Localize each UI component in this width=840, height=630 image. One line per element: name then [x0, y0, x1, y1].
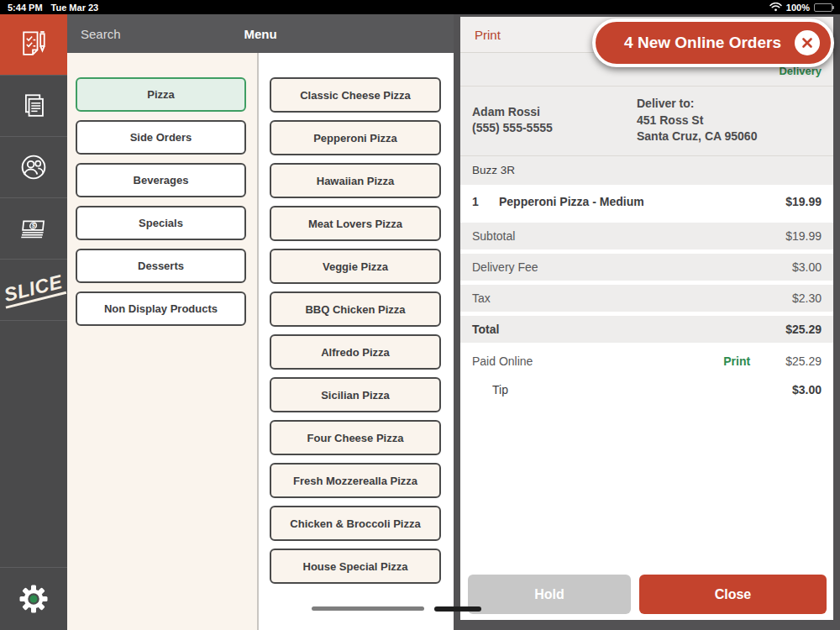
menu-item-button[interactable]: Meat Lovers Pizza: [270, 206, 441, 241]
paid-online-label: Paid Online: [472, 354, 723, 368]
customer-phone: (555) 555-5555: [472, 120, 637, 137]
customer-name: Adam Rossi: [472, 104, 637, 121]
documents-icon: [17, 89, 50, 123]
sidebar-item-orders[interactable]: [0, 14, 67, 76]
new-online-orders-notification[interactable]: 4 New Online Orders: [592, 18, 834, 67]
total-row: Total $25.29: [460, 316, 833, 343]
subtotal-row: Subtotal $19.99: [460, 223, 833, 249]
sidebar-item-settings[interactable]: [0, 567, 67, 630]
status-bar: 5:44 PM Tue Mar 23 100%: [0, 0, 840, 14]
category-button-desserts[interactable]: Desserts: [76, 249, 246, 283]
customers-icon: [16, 150, 51, 185]
menu-item-button[interactable]: Sicilian Pizza: [270, 377, 441, 412]
tax-row: Tax $2.30: [460, 285, 833, 312]
category-button-side-orders[interactable]: Side Orders: [76, 120, 246, 155]
close-icon: [801, 37, 813, 49]
sidebar-item-receipts[interactable]: [0, 76, 67, 137]
menu-item-button[interactable]: Classic Cheese Pizza: [270, 77, 441, 113]
print-button[interactable]: Print: [475, 28, 501, 42]
total-label: Total: [472, 323, 499, 336]
delivery-fee-value: $3.00: [792, 260, 822, 274]
menu-item-button[interactable]: Alfredo Pizza: [270, 334, 441, 370]
order-panel-spacer: [460, 404, 833, 575]
status-time: 5:44 PM: [8, 3, 43, 13]
order-info-section: Delivery Adam Rossi (555) 555-5555 Deliv…: [460, 53, 833, 185]
order-line-item[interactable]: 1 Pepperoni Pizza - Medium $19.99: [460, 185, 833, 218]
order-pad-icon: [17, 28, 50, 61]
menu-item-button[interactable]: House Special Pizza: [270, 549, 441, 584]
deliver-to-address-line2: Santa Cruz, CA 95060: [637, 129, 822, 145]
delivery-fee-row: Delivery Fee $3.00: [460, 254, 833, 281]
status-date: Tue Mar 23: [51, 3, 99, 13]
delivery-note: Buzz 3R: [460, 156, 833, 185]
sidebar-item-cash[interactable]: $: [0, 198, 67, 260]
menu-item-button[interactable]: Four Cheese Pizza: [270, 420, 441, 455]
main-layout: $ SLICE: [0, 14, 840, 630]
deliver-to-label: Deliver to:: [637, 96, 822, 113]
battery-percent: 100%: [786, 3, 810, 13]
menu-horizontal-scrollbar[interactable]: [312, 606, 424, 611]
notification-dismiss-button[interactable]: [795, 30, 820, 55]
subtotal-value: $19.99: [785, 229, 822, 243]
line-item-name: Pepperoni Pizza - Medium: [499, 195, 785, 208]
wifi-icon: [769, 3, 782, 12]
menu-item-button[interactable]: Chicken & Broccoli Pizza: [270, 506, 441, 541]
battery-icon: [814, 3, 832, 12]
tax-value: $2.30: [792, 291, 822, 305]
category-button-pizza[interactable]: Pizza: [76, 77, 246, 112]
menu-item-button[interactable]: Veggie Pizza: [270, 249, 441, 284]
menu-header: Search Menu: [67, 14, 454, 53]
sidebar-item-slice[interactable]: SLICE: [0, 260, 67, 321]
menu-item-button[interactable]: Hawaiian Pizza: [270, 163, 441, 198]
customer-row: Adam Rossi (555) 555-5555 Deliver to: 45…: [460, 86, 833, 156]
tip-label: Tip: [492, 383, 792, 396]
content-horizontal-scrollbar[interactable]: [434, 606, 481, 612]
menu-body: Pizza Side Orders Beverages Specials Des…: [67, 53, 454, 630]
close-button[interactable]: Close: [639, 575, 827, 614]
menu-item-button[interactable]: Pepperoni Pizza: [270, 120, 441, 155]
cash-icon: $: [16, 211, 51, 246]
category-button-non-display[interactable]: Non Display Products: [76, 291, 246, 326]
app-screen: 5:44 PM Tue Mar 23 100%: [0, 0, 840, 630]
receipt-print-button[interactable]: Print: [723, 354, 750, 368]
sidebar: $ SLICE: [0, 14, 67, 630]
category-button-specials[interactable]: Specials: [76, 206, 246, 240]
category-list: Pizza Side Orders Beverages Specials Des…: [67, 53, 259, 630]
line-item-price: $19.99: [785, 195, 822, 208]
tip-row: Tip $3.00: [460, 375, 833, 404]
tax-label: Tax: [472, 291, 491, 305]
sidebar-spacer: [0, 321, 67, 567]
category-button-beverages[interactable]: Beverages: [76, 163, 246, 197]
sidebar-item-customers[interactable]: [0, 137, 67, 198]
item-list: Classic Cheese Pizza Pepperoni Pizza Haw…: [259, 53, 454, 630]
search-button[interactable]: Search: [81, 27, 121, 41]
line-item-qty: 1: [472, 195, 499, 208]
order-details-modal: Print Delivery Adam Rossi (555) 555-5555…: [460, 17, 833, 620]
menu-item-button[interactable]: BBQ Chicken Pizza: [270, 291, 441, 327]
settings-gear-icon: [17, 582, 50, 616]
order-panel-backdrop: Print Delivery Adam Rossi (555) 555-5555…: [454, 14, 840, 630]
notification-text: 4 New Online Orders: [624, 34, 781, 52]
paid-online-value: $25.29: [785, 354, 822, 368]
menu-item-button[interactable]: Fresh Mozzerealla Pizza: [270, 463, 441, 498]
subtotal-label: Subtotal: [472, 229, 515, 243]
slice-logo: SLICE: [1, 271, 67, 308]
tip-value: $3.00: [792, 383, 822, 396]
deliver-to-address-line1: 451 Ross St: [637, 113, 822, 129]
delivery-fee-label: Delivery Fee: [472, 260, 538, 274]
hold-button[interactable]: Hold: [468, 575, 631, 614]
order-action-row: Hold Close: [460, 575, 833, 620]
svg-text:$: $: [31, 222, 36, 229]
paid-online-row: Paid Online Print $25.29: [460, 347, 833, 375]
total-value: $25.29: [785, 323, 822, 336]
menu-title: Menu: [67, 27, 454, 41]
menu-panel: Search Menu Pizza Side Orders Beverages …: [67, 14, 454, 630]
